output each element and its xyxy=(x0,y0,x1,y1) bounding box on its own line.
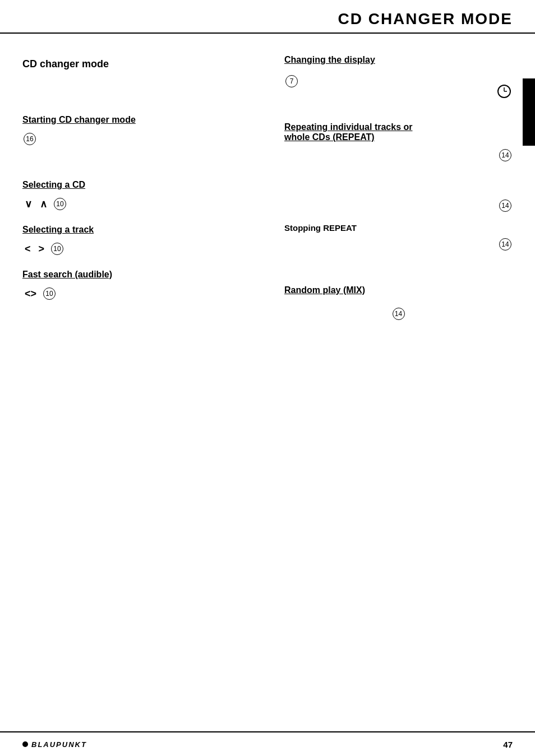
changing-display-heading: Changing the display xyxy=(284,55,513,65)
down-arrow: ∨ xyxy=(25,198,32,210)
left-column: CD changer mode Starting CD changer mode… xyxy=(22,34,268,330)
page-header: CD CHANGER MODE xyxy=(0,0,535,34)
fast-search-arrows: <> xyxy=(25,288,36,300)
right-column: Changing the display 7 Repeating individ… xyxy=(268,34,513,330)
starting-heading: Starting CD changer mode xyxy=(22,115,251,125)
selecting-cd-button-row: ∨ ∧ 10 xyxy=(22,197,251,211)
page-footer: BLAUPUNKT 47 xyxy=(0,731,535,756)
selecting-track-button-row: < > 10 xyxy=(22,242,251,256)
page-number: 47 xyxy=(503,740,513,749)
section-cd-changer-mode: CD changer mode xyxy=(22,58,251,70)
random-play-circled-num: 14 xyxy=(393,308,405,320)
section-selecting-track: Selecting a track < > 10 xyxy=(22,225,251,256)
section-starting: Starting CD changer mode 16 xyxy=(22,115,251,146)
circled-7-container: 7 xyxy=(284,74,299,89)
section-fast-search: Fast search (audible) <> 10 xyxy=(22,270,251,301)
section-stopping-repeat: Stopping REPEAT 14 xyxy=(284,223,513,252)
left-arrow: < xyxy=(25,243,31,255)
page-title: CD CHANGER MODE xyxy=(338,10,513,28)
repeating-circled-num-1: 14 xyxy=(499,149,511,161)
selecting-cd-circled-num: 10 xyxy=(54,198,66,210)
up-arrow: ∧ xyxy=(40,198,47,210)
left-main-heading: CD changer mode xyxy=(22,58,251,70)
starting-button-row: 16 xyxy=(22,132,251,146)
footer-bullet xyxy=(22,741,28,747)
selecting-cd-heading: Selecting a CD xyxy=(22,180,251,190)
fast-search-circled-num: 10 xyxy=(43,287,56,300)
clock-icon-container xyxy=(497,84,511,101)
stopping-repeat-circled-num: 14 xyxy=(499,238,511,251)
section-repeating: Repeating individual tracks orwhole CDs … xyxy=(284,122,513,213)
side-tab xyxy=(523,78,535,146)
right-arrow: > xyxy=(39,243,45,255)
main-content: CD changer mode Starting CD changer mode… xyxy=(0,34,535,330)
fast-search-heading: Fast search (audible) xyxy=(22,270,251,280)
logo-text: BLAUPUNKT xyxy=(31,740,87,749)
starting-circled-num: 16 xyxy=(24,133,36,145)
random-play-heading: Random play (MIX) xyxy=(284,285,513,295)
repeating-heading: Repeating individual tracks orwhole CDs … xyxy=(284,122,513,142)
circled-7: 7 xyxy=(285,75,298,87)
repeating-circled-num-2: 14 xyxy=(499,200,511,212)
clock-icon xyxy=(497,84,511,99)
fast-search-button-row: <> 10 xyxy=(22,286,251,301)
stopping-repeat-label: Stopping REPEAT xyxy=(284,223,513,233)
selecting-track-circled-num: 10 xyxy=(51,243,63,255)
blaupunkt-logo: BLAUPUNKT xyxy=(22,740,87,749)
section-random-play: Random play (MIX) 14 xyxy=(284,285,513,321)
section-selecting-cd: Selecting a CD ∨ ∧ 10 xyxy=(22,180,251,211)
section-changing-display: Changing the display 7 xyxy=(284,55,513,89)
selecting-track-heading: Selecting a track xyxy=(22,225,251,235)
